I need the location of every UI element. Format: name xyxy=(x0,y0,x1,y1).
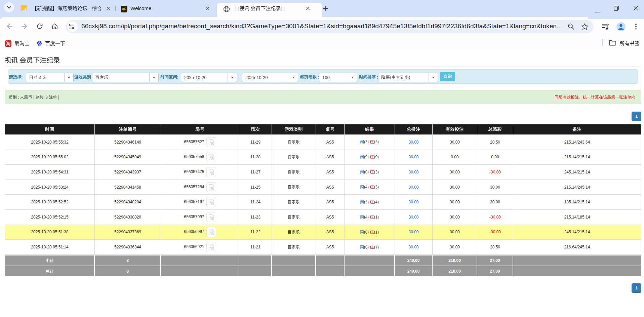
svg-text:du: du xyxy=(38,44,41,46)
